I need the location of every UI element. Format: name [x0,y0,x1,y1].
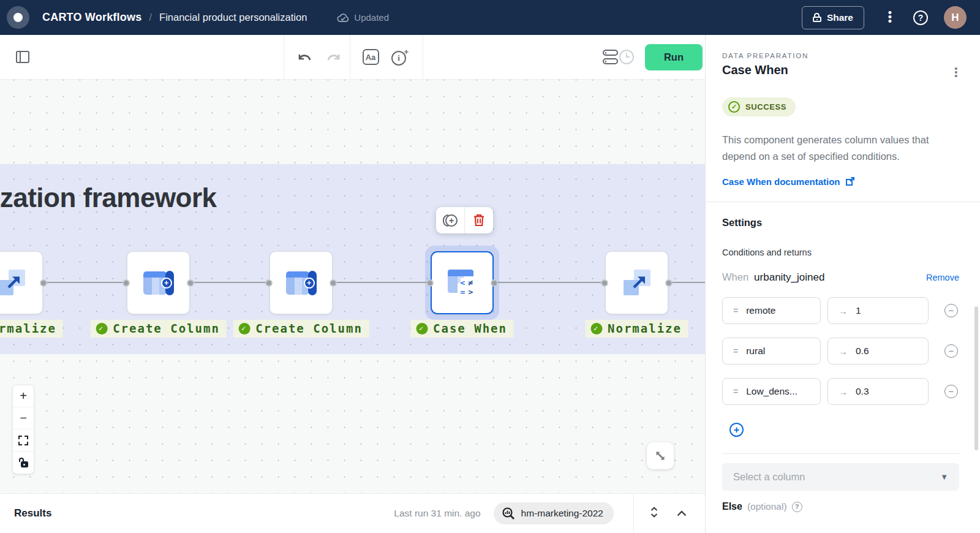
results-bar: Results Last run 31 min. ago hm-marketin… [0,493,705,532]
more-options-icon[interactable]: ••• [884,11,896,24]
zoom-in-button[interactable]: + [13,385,34,407]
panel-divider [706,202,980,202]
toggle-components-panel-button[interactable] [10,35,35,79]
success-check-icon: ✓ [96,323,107,335]
toolbar-divider [284,35,284,79]
condition-result-input[interactable]: → 1 [827,297,929,324]
up-down-icon [650,507,658,518]
status-label: SUCCESS [745,102,786,112]
output-port[interactable] [330,279,337,287]
condition-value-input[interactable]: = remote [722,297,821,324]
node-card[interactable] [0,251,43,314]
output-port[interactable] [40,279,47,287]
help-icon[interactable]: ? [913,10,928,25]
external-link-icon [845,177,854,186]
node-label: ✓ Case When [410,320,514,338]
node-card[interactable] [605,251,668,314]
share-label: Share [827,12,853,23]
panel-more-options-icon[interactable]: ••• [951,67,962,78]
zoom-out-button[interactable]: − [13,407,34,429]
redo-icon [325,51,341,63]
text-annotation-button[interactable]: Aa [358,35,383,79]
last-run-label: Last run 31 min. ago [394,508,480,519]
result-table-pill[interactable]: hm-marketing-2022 [494,502,614,524]
input-port[interactable] [265,279,273,287]
node-create-column-1[interactable]: + ✓ Create Column [127,251,190,314]
toolbar-divider [423,35,423,79]
app-title: CARTO Workflows [42,11,141,24]
remove-row-button[interactable]: − [944,385,958,398]
table-search-icon [502,507,515,520]
undo-button[interactable] [293,35,317,79]
carto-logo-icon[interactable] [7,6,29,29]
column-select[interactable]: Select a column ▼ [722,463,959,491]
condition-row: = remote → 1 − [722,297,959,324]
workflow-canvas[interactable]: ization framework ✓ Normalize [0,80,705,493]
else-row: Else (optional) ? [722,501,959,512]
condition-value-input[interactable]: = rural [722,338,821,365]
canvas-toolbar: Aa i+ Run [0,35,705,80]
workflow-title[interactable]: Financial product personalization [159,12,307,23]
chevron-down-icon: ▼ [940,472,948,482]
else-label: Else [722,501,742,512]
history-button[interactable] [614,35,639,79]
remove-row-button[interactable]: − [944,304,958,317]
status-badge: ✓ SUCCESS [722,97,796,116]
expand-canvas-button[interactable] [647,442,674,469]
node-card[interactable]: + [270,251,333,314]
connection-wire [0,282,705,283]
redo-button[interactable] [321,35,345,79]
node-label: ✓ Normalize [0,320,63,338]
fit-view-button[interactable] [13,429,34,452]
input-port[interactable] [123,279,130,287]
conditions-label: Conditions and returns [722,248,959,257]
node-card[interactable]: + [127,251,190,314]
chevron-up-icon [677,510,687,516]
remove-condition-link[interactable]: Remove [926,273,959,282]
node-card[interactable]: <≠ => [431,251,494,314]
sidebar-toggle-icon [16,51,29,63]
save-status: Updated [336,12,389,23]
create-column-icon: + [286,271,317,295]
node-context-toolbar: + [436,207,493,233]
add-note-button[interactable]: i+ [387,35,413,79]
duplicate-node-button[interactable]: + [436,207,464,233]
save-status-label: Updated [354,12,389,23]
panel-scrollbar[interactable] [974,306,978,450]
input-port[interactable] [426,279,434,287]
delete-node-button[interactable] [464,207,493,233]
help-tooltip-icon[interactable]: ? [792,502,802,512]
input-port[interactable] [601,279,608,287]
lock-canvas-button[interactable] [13,452,34,474]
condition-row: = rural → 0.6 − [722,338,959,365]
select-placeholder: Select a column [733,471,805,483]
output-port[interactable] [665,279,673,287]
output-port[interactable] [187,279,194,287]
node-create-column-2[interactable]: + ✓ Create Column [270,251,333,314]
documentation-link[interactable]: Case When documentation [722,176,959,187]
results-title: Results [14,507,51,520]
collapse-results-button[interactable] [677,508,687,519]
case-when-icon: <≠ => [448,270,477,297]
share-button[interactable]: Share [802,6,864,29]
node-case-when[interactable]: <≠ => ✓ Case When [431,251,494,314]
output-port[interactable] [491,279,498,287]
component-title: Case When [722,63,959,77]
avatar[interactable]: H [944,6,967,29]
condition-value-input[interactable]: = Low_dens... [722,378,821,405]
remove-row-button[interactable]: − [944,344,958,358]
resize-results-button[interactable] [650,507,658,520]
text-tool-icon: Aa [363,49,379,65]
run-button[interactable]: Run [645,44,703,70]
node-normalize-2[interactable]: ✓ Normalize [605,251,668,314]
node-normalize-1[interactable]: ✓ Normalize [0,251,43,314]
results-bar-divider [633,494,634,533]
add-condition-button[interactable]: + [729,423,744,437]
cloud-check-icon [336,13,350,23]
normalize-icon [0,269,26,297]
condition-result-input[interactable]: → 0.6 [827,338,929,365]
condition-result-input[interactable]: → 0.3 [827,378,929,405]
normalize-icon [623,269,651,297]
node-label: ✓ Create Column [90,320,227,338]
condition-row: = Low_dens... → 0.3 − [722,378,959,405]
